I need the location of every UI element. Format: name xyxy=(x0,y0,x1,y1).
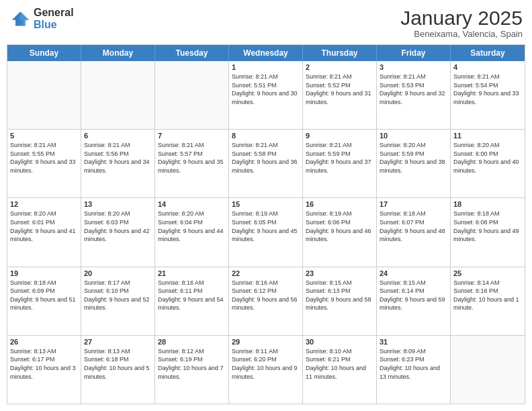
logo-text: General Blue xyxy=(34,7,74,30)
cell-info: Sunrise: 8:12 AMSunset: 6:19 PMDaylight:… xyxy=(158,347,226,381)
month-title: January 2025 xyxy=(400,7,523,29)
day-number: 21 xyxy=(158,269,226,277)
cell-info: Sunrise: 8:15 AMSunset: 6:13 PMDaylight:… xyxy=(306,279,373,312)
cell-info: Sunrise: 8:19 AMSunset: 6:05 PMDaylight:… xyxy=(232,210,300,243)
cell-info: Sunrise: 8:20 AMSunset: 6:03 PMDaylight:… xyxy=(84,210,152,243)
header: General Blue January 2025 Beneixama, Val… xyxy=(7,7,525,39)
day-number: 3 xyxy=(380,63,447,71)
day-number: 1 xyxy=(232,63,300,71)
calendar-header: SundayMondayTuesdayWednesdayThursdayFrid… xyxy=(7,45,525,61)
day-cell-10: 10Sunrise: 8:20 AMSunset: 5:59 PMDayligh… xyxy=(377,130,451,197)
day-cell-3: 3Sunrise: 8:21 AMSunset: 5:53 PMDaylight… xyxy=(377,61,451,129)
day-number: 26 xyxy=(10,338,78,346)
day-cell-7: 7Sunrise: 8:21 AMSunset: 5:57 PMDaylight… xyxy=(155,130,229,197)
day-number: 7 xyxy=(158,132,226,140)
cell-info: Sunrise: 8:14 AMSunset: 6:16 PMDaylight:… xyxy=(453,279,522,312)
cell-info: Sunrise: 8:10 AMSunset: 6:21 PMDaylight:… xyxy=(306,347,373,381)
empty-cell xyxy=(155,61,229,129)
day-number: 25 xyxy=(453,269,522,277)
day-cell-5: 5Sunrise: 8:21 AMSunset: 5:55 PMDaylight… xyxy=(7,130,81,197)
day-number: 4 xyxy=(453,63,522,71)
day-cell-22: 22Sunrise: 8:16 AMSunset: 6:12 PMDayligh… xyxy=(229,267,303,335)
day-number: 8 xyxy=(232,132,300,140)
cell-info: Sunrise: 8:11 AMSunset: 6:20 PMDaylight:… xyxy=(232,347,300,381)
day-cell-27: 27Sunrise: 8:13 AMSunset: 6:18 PMDayligh… xyxy=(81,336,155,404)
cell-info: Sunrise: 8:20 AMSunset: 6:04 PMDaylight:… xyxy=(158,210,226,243)
cell-info: Sunrise: 8:15 AMSunset: 6:14 PMDaylight:… xyxy=(380,279,447,312)
weekday-header-saturday: Saturday xyxy=(451,45,525,61)
cell-info: Sunrise: 8:21 AMSunset: 5:56 PMDaylight:… xyxy=(84,141,152,175)
day-number: 19 xyxy=(10,269,78,277)
day-cell-14: 14Sunrise: 8:20 AMSunset: 6:04 PMDayligh… xyxy=(155,198,229,266)
weekday-header-sunday: Sunday xyxy=(7,45,81,61)
day-number: 5 xyxy=(10,132,78,140)
weekday-header-friday: Friday xyxy=(377,45,451,61)
calendar-row-3: 19Sunrise: 8:18 AMSunset: 6:09 PMDayligh… xyxy=(7,267,525,335)
calendar-row-4: 26Sunrise: 8:13 AMSunset: 6:17 PMDayligh… xyxy=(7,335,525,404)
day-cell-6: 6Sunrise: 8:21 AMSunset: 5:56 PMDaylight… xyxy=(81,130,155,197)
cell-info: Sunrise: 8:21 AMSunset: 5:55 PMDaylight:… xyxy=(10,141,78,175)
day-cell-18: 18Sunrise: 8:18 AMSunset: 6:08 PMDayligh… xyxy=(451,198,525,266)
day-number: 13 xyxy=(84,200,152,208)
day-cell-15: 15Sunrise: 8:19 AMSunset: 6:05 PMDayligh… xyxy=(229,198,303,266)
day-number: 14 xyxy=(158,200,226,208)
day-number: 16 xyxy=(306,200,373,208)
day-number: 27 xyxy=(84,338,152,346)
day-cell-11: 11Sunrise: 8:20 AMSunset: 6:00 PMDayligh… xyxy=(451,130,525,197)
cell-info: Sunrise: 8:21 AMSunset: 5:58 PMDaylight:… xyxy=(232,141,300,175)
cell-info: Sunrise: 8:21 AMSunset: 5:54 PMDaylight:… xyxy=(453,73,522,106)
day-number: 30 xyxy=(306,338,373,346)
day-cell-21: 21Sunrise: 8:16 AMSunset: 6:11 PMDayligh… xyxy=(155,267,229,335)
cell-info: Sunrise: 8:21 AMSunset: 5:59 PMDaylight:… xyxy=(306,141,373,175)
day-cell-1: 1Sunrise: 8:21 AMSunset: 5:51 PMDaylight… xyxy=(229,61,303,129)
cell-info: Sunrise: 8:18 AMSunset: 6:07 PMDaylight:… xyxy=(380,210,447,243)
day-number: 29 xyxy=(232,338,300,346)
calendar-row-2: 12Sunrise: 8:20 AMSunset: 6:01 PMDayligh… xyxy=(7,197,525,266)
page: General Blue January 2025 Beneixama, Val… xyxy=(0,0,532,411)
day-cell-28: 28Sunrise: 8:12 AMSunset: 6:19 PMDayligh… xyxy=(155,336,229,404)
day-cell-25: 25Sunrise: 8:14 AMSunset: 6:16 PMDayligh… xyxy=(451,267,525,335)
logo: General Blue xyxy=(9,7,74,30)
cell-info: Sunrise: 8:20 AMSunset: 6:01 PMDaylight:… xyxy=(10,210,78,243)
weekday-header-wednesday: Wednesday xyxy=(229,45,303,61)
day-number: 20 xyxy=(84,269,152,277)
day-cell-9: 9Sunrise: 8:21 AMSunset: 5:59 PMDaylight… xyxy=(303,130,377,197)
empty-cell xyxy=(451,336,525,404)
calendar-body: 1Sunrise: 8:21 AMSunset: 5:51 PMDaylight… xyxy=(7,61,525,404)
title-block: January 2025 Beneixama, Valencia, Spain xyxy=(400,7,523,39)
calendar-row-1: 5Sunrise: 8:21 AMSunset: 5:55 PMDaylight… xyxy=(7,129,525,197)
empty-cell xyxy=(81,61,155,129)
weekday-header-thursday: Thursday xyxy=(303,45,377,61)
day-cell-2: 2Sunrise: 8:21 AMSunset: 5:52 PMDaylight… xyxy=(303,61,377,129)
day-number: 12 xyxy=(10,200,78,208)
day-number: 2 xyxy=(306,63,373,71)
cell-info: Sunrise: 8:18 AMSunset: 6:09 PMDaylight:… xyxy=(10,279,78,312)
day-cell-29: 29Sunrise: 8:11 AMSunset: 6:20 PMDayligh… xyxy=(229,336,303,404)
calendar: SundayMondayTuesdayWednesdayThursdayFrid… xyxy=(7,44,525,404)
day-number: 23 xyxy=(306,269,373,277)
day-number: 11 xyxy=(453,132,522,140)
day-number: 24 xyxy=(380,269,447,277)
cell-info: Sunrise: 8:20 AMSunset: 6:00 PMDaylight:… xyxy=(453,141,522,175)
day-number: 18 xyxy=(453,200,522,208)
day-cell-26: 26Sunrise: 8:13 AMSunset: 6:17 PMDayligh… xyxy=(7,336,81,404)
logo-general: General xyxy=(34,7,74,19)
weekday-header-monday: Monday xyxy=(81,45,155,61)
weekday-header-tuesday: Tuesday xyxy=(155,45,229,61)
cell-info: Sunrise: 8:09 AMSunset: 6:23 PMDaylight:… xyxy=(380,347,447,381)
cell-info: Sunrise: 8:19 AMSunset: 6:06 PMDaylight:… xyxy=(306,210,373,243)
cell-info: Sunrise: 8:21 AMSunset: 5:53 PMDaylight:… xyxy=(380,73,447,106)
cell-info: Sunrise: 8:13 AMSunset: 6:18 PMDaylight:… xyxy=(84,347,152,381)
day-cell-4: 4Sunrise: 8:21 AMSunset: 5:54 PMDaylight… xyxy=(451,61,525,129)
day-number: 28 xyxy=(158,338,226,346)
day-cell-19: 19Sunrise: 8:18 AMSunset: 6:09 PMDayligh… xyxy=(7,267,81,335)
logo-blue: Blue xyxy=(34,19,74,31)
day-number: 6 xyxy=(84,132,152,140)
day-number: 10 xyxy=(380,132,447,140)
day-cell-23: 23Sunrise: 8:15 AMSunset: 6:13 PMDayligh… xyxy=(303,267,377,335)
cell-info: Sunrise: 8:21 AMSunset: 5:52 PMDaylight:… xyxy=(306,73,373,106)
logo-icon xyxy=(9,9,31,28)
day-number: 17 xyxy=(380,200,447,208)
cell-info: Sunrise: 8:17 AMSunset: 6:10 PMDaylight:… xyxy=(84,279,152,312)
day-cell-24: 24Sunrise: 8:15 AMSunset: 6:14 PMDayligh… xyxy=(377,267,451,335)
